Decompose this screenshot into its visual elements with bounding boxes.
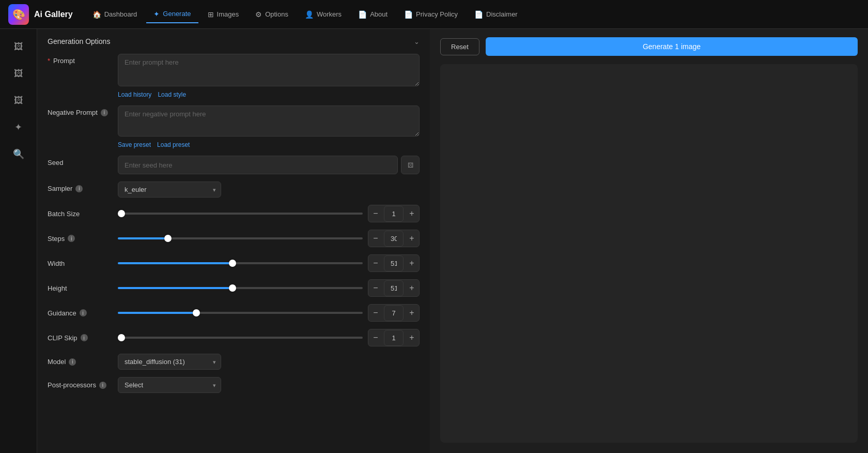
sidebar-item-5[interactable]: 🔍 xyxy=(7,143,30,165)
seed-input-row: ⚄ xyxy=(118,156,420,174)
random-icon: ⚄ xyxy=(408,161,413,169)
prompt-input[interactable] xyxy=(118,54,420,86)
width-row: Width − + xyxy=(48,254,420,272)
sidebar-icon-3: 🖼 xyxy=(14,95,23,106)
model-select[interactable]: stable_diffusion (31) xyxy=(118,354,221,370)
top-navigation: 🎨 Ai Gallery 🏠 Dashboard ✦ Generate ⊞ Im… xyxy=(0,0,868,29)
steps-decrement-button[interactable]: − xyxy=(368,230,383,247)
load-style-link[interactable]: Load style xyxy=(158,91,186,98)
width-slider-row: − + xyxy=(118,254,420,272)
height-value-input[interactable] xyxy=(384,280,404,296)
nav-item-disclaimer[interactable]: 📄 Disclaimer xyxy=(467,6,525,23)
generate-icon: ✦ xyxy=(153,10,160,18)
clip-skip-decrement-button[interactable]: − xyxy=(368,329,383,346)
width-value-box: − + xyxy=(368,254,420,272)
sidebar-item-3[interactable]: 🖼 xyxy=(7,89,30,112)
clip-skip-row: CLIP Skip i − + xyxy=(48,329,420,346)
width-slider[interactable] xyxy=(118,262,363,264)
height-decrement-button[interactable]: − xyxy=(368,280,383,296)
reset-button[interactable]: Reset xyxy=(440,38,479,55)
sidebar-item-2[interactable]: 🖼 xyxy=(7,62,30,85)
seed-input[interactable] xyxy=(118,156,398,174)
model-row: Model i stable_diffusion (31) ▾ xyxy=(48,354,420,370)
width-value-input[interactable] xyxy=(384,255,404,271)
sidebar-item-4[interactable]: ✦ xyxy=(7,116,30,139)
guidance-info-icon[interactable]: i xyxy=(80,309,87,316)
steps-slider[interactable] xyxy=(118,237,363,239)
required-star: * xyxy=(48,57,50,65)
nav-item-workers[interactable]: 👤 Workers xyxy=(298,6,349,23)
width-decrement-button[interactable]: − xyxy=(368,255,383,271)
width-increment-button[interactable]: + xyxy=(405,255,419,271)
nav-item-about[interactable]: 📄 About xyxy=(351,6,395,23)
sampler-info-icon[interactable]: i xyxy=(75,185,83,192)
prompt-label: * Prompt xyxy=(48,54,110,65)
nav-item-options[interactable]: ⚙ Options xyxy=(248,6,296,23)
load-preset-link[interactable]: Load preset xyxy=(157,141,190,148)
privacy-icon: 📄 xyxy=(404,10,413,19)
chevron-down-icon[interactable]: ⌄ xyxy=(414,38,420,46)
sampler-select[interactable]: k_euler k_lms ddim plms euler_a xyxy=(118,182,221,198)
batch-size-slider[interactable] xyxy=(118,213,363,215)
negative-prompt-info-icon[interactable]: i xyxy=(101,109,108,116)
guidance-value-box: − + xyxy=(368,304,420,322)
height-slider[interactable] xyxy=(118,287,363,289)
postprocessors-select[interactable]: Select GFPGAN Real-ESRGAN xyxy=(118,377,221,393)
height-label: Height xyxy=(48,284,110,292)
sampler-label: Sampler i xyxy=(48,182,110,192)
guidance-slider-container xyxy=(118,308,363,318)
about-icon: 📄 xyxy=(358,10,367,19)
sidebar: 🖼 🖼 🖼 ✦ 🔍 xyxy=(0,29,37,453)
save-preset-link[interactable]: Save preset xyxy=(118,141,151,148)
clip-skip-info-icon[interactable]: i xyxy=(81,334,88,341)
batch-size-decrement-button[interactable]: − xyxy=(368,205,383,222)
steps-label: Steps i xyxy=(48,235,110,243)
nav-item-dashboard[interactable]: 🏠 Dashboard xyxy=(85,6,145,23)
batch-size-row: Batch Size − + xyxy=(48,205,420,222)
postprocessors-info-icon[interactable]: i xyxy=(99,382,106,389)
clip-skip-value-input[interactable] xyxy=(384,330,404,346)
guidance-slider[interactable] xyxy=(118,312,363,314)
batch-size-increment-button[interactable]: + xyxy=(405,205,419,222)
sampler-control-area: k_euler k_lms ddim plms euler_a ▾ xyxy=(118,182,420,198)
clip-skip-increment-button[interactable]: + xyxy=(405,329,419,346)
steps-row: Steps i − + xyxy=(48,230,420,247)
guidance-decrement-button[interactable]: − xyxy=(368,305,383,321)
negative-prompt-input[interactable] xyxy=(118,105,420,137)
action-bar: Reset Generate 1 image xyxy=(430,29,868,64)
width-label: Width xyxy=(48,260,110,267)
postprocessors-select-wrapper: Select GFPGAN Real-ESRGAN ▾ xyxy=(118,377,221,393)
clip-skip-slider-row: − + xyxy=(118,329,420,346)
model-info-icon[interactable]: i xyxy=(69,358,76,366)
model-label: Model i xyxy=(48,358,110,366)
disclaimer-icon: 📄 xyxy=(474,10,483,19)
guidance-increment-button[interactable]: + xyxy=(405,305,419,321)
steps-increment-button[interactable]: + xyxy=(405,230,419,247)
nav-item-images[interactable]: ⊞ Images xyxy=(200,6,246,23)
sidebar-item-1[interactable]: 🖼 xyxy=(7,35,30,58)
height-increment-button[interactable]: + xyxy=(405,280,419,296)
seed-row: Seed ⚄ xyxy=(48,156,420,174)
nav-menu: 🏠 Dashboard ✦ Generate ⊞ Images ⚙ Option… xyxy=(85,6,860,23)
steps-value-box: − + xyxy=(368,230,420,247)
load-history-link[interactable]: Load history xyxy=(118,91,151,98)
clip-skip-slider[interactable] xyxy=(118,337,363,339)
prompt-control-area: Load history Load style xyxy=(118,54,420,98)
sampler-row: Sampler i k_euler k_lms ddim plms euler_… xyxy=(48,182,420,198)
postprocessors-label: Post-processors i xyxy=(48,381,110,389)
model-control-area: stable_diffusion (31) ▾ xyxy=(118,354,420,370)
nav-item-generate[interactable]: ✦ Generate xyxy=(146,6,198,23)
steps-info-icon[interactable]: i xyxy=(68,235,75,242)
guidance-label: Guidance i xyxy=(48,309,110,317)
logo: 🎨 Ai Gallery xyxy=(8,4,73,25)
steps-value-input[interactable] xyxy=(384,231,404,247)
generate-button[interactable]: Generate 1 image xyxy=(486,37,858,56)
height-slider-row: − + xyxy=(118,279,420,297)
seed-random-button[interactable]: ⚄ xyxy=(401,156,420,174)
nav-item-privacy[interactable]: 📄 Privacy Policy xyxy=(397,6,465,23)
content-area: Generation Options ⌄ * Prompt Load histo… xyxy=(37,29,868,453)
sidebar-icon-4: ✦ xyxy=(14,122,22,133)
guidance-value-input[interactable] xyxy=(384,305,404,321)
batch-size-value-input[interactable] xyxy=(384,206,404,222)
clip-skip-value-box: − + xyxy=(368,329,420,346)
